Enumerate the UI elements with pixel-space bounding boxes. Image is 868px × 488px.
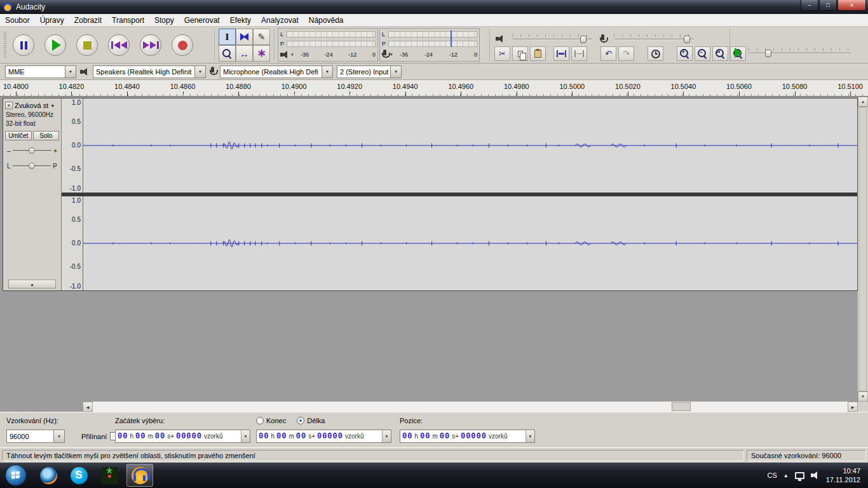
time-format-dropdown-icon[interactable]: ▼: [241, 430, 250, 442]
pan-slider[interactable]: [13, 161, 51, 170]
taskbar-clock[interactable]: 10:47 17.11.2012: [826, 466, 860, 484]
radio-end-dot[interactable]: [256, 417, 264, 424]
play-speed-slider[interactable]: [747, 47, 852, 58]
selection-length-field[interactable]: 00h 00m 00s+ 00000vzorků ▼: [256, 430, 391, 443]
maximize-button[interactable]: □: [819, 0, 837, 11]
sync-lock-button[interactable]: [648, 46, 663, 61]
timeshift-tool-button[interactable]: ↔: [236, 45, 253, 62]
play-speed-thumb[interactable]: [765, 50, 771, 57]
play-button[interactable]: [44, 34, 66, 56]
menu-transport[interactable]: Transport: [107, 15, 149, 26]
pause-button[interactable]: [13, 34, 34, 56]
audio-host-select[interactable]: MME ▼: [5, 65, 76, 78]
chevron-down-icon[interactable]: ▼: [390, 66, 401, 78]
vertical-ruler-left-channel[interactable]: 1.0 0.5 0.0 -0.5 -1.0: [62, 98, 83, 193]
track-area[interactable]: × Zvuková st ▼ Stereo, 96000Hz 32-bit fl…: [0, 97, 868, 412]
radio-end[interactable]: Konec: [256, 417, 286, 424]
project-rate-select[interactable]: 96000 ▼: [6, 430, 65, 443]
menu-efekty[interactable]: Efekty: [225, 15, 256, 26]
minimize-button[interactable]: –: [801, 0, 818, 11]
vertical-scrollbar-thumb[interactable]: [858, 107, 867, 391]
solo-button[interactable]: Solo: [33, 131, 60, 140]
track-close-button[interactable]: ×: [5, 102, 13, 109]
draw-tool-button[interactable]: ✎: [253, 29, 270, 45]
play-at-speed-icon[interactable]: [735, 48, 742, 58]
redo-button[interactable]: ↷: [618, 46, 634, 61]
language-indicator[interactable]: CS: [768, 471, 777, 479]
track-name[interactable]: Zvuková st: [15, 102, 48, 109]
chevron-down-icon[interactable]: ▼: [322, 66, 332, 78]
zoom-in-button[interactable]: +: [677, 46, 693, 61]
timeline-ruler[interactable]: 10.4800 10.4820 10.4840 10.4860 10.4880 …: [0, 80, 868, 97]
hidden-icons-icon[interactable]: ▲: [783, 473, 789, 478]
gain-slider-thumb[interactable]: [29, 147, 35, 154]
silence-button[interactable]: [571, 46, 587, 61]
menu-zobrazit[interactable]: Zobrazit: [69, 15, 107, 26]
zoom-tool-button[interactable]: [219, 45, 236, 62]
menu-napoveda[interactable]: Nápověda: [304, 15, 349, 26]
copy-button[interactable]: [512, 46, 528, 61]
multi-tool-button[interactable]: ∗: [253, 45, 270, 62]
input-device-select[interactable]: Microphone (Realtek High Defi ▼: [220, 65, 333, 78]
cut-button[interactable]: ✂: [494, 46, 510, 61]
time-format-dropdown-icon[interactable]: ▼: [526, 430, 534, 442]
vertical-scrollbar[interactable]: ▲ ▼: [858, 97, 868, 402]
radio-length[interactable]: Délka: [297, 417, 325, 424]
skip-end-button[interactable]: [140, 34, 161, 56]
taskbar-item-skype[interactable]: S: [65, 464, 92, 487]
track-menu-icon[interactable]: ▼: [50, 104, 55, 108]
transport-toolbar-grip[interactable]: [4, 32, 6, 58]
chevron-down-icon[interactable]: ▼: [194, 66, 205, 78]
scroll-down-icon[interactable]: ▼: [858, 391, 868, 402]
taskbar-item-flower-app[interactable]: *: [96, 464, 123, 487]
waveform-right-channel[interactable]: [83, 196, 857, 290]
output-volume-slider[interactable]: [511, 33, 593, 44]
vertical-ruler-right-channel[interactable]: 1.0 0.5 0.0 -0.5 -1.0: [62, 196, 83, 290]
track-collapse-button[interactable]: ▲: [8, 280, 56, 288]
menu-upravy[interactable]: Úpravy: [35, 15, 69, 26]
chevron-down-icon[interactable]: ▼: [53, 430, 64, 442]
output-volume-thumb[interactable]: [580, 36, 587, 43]
horizontal-scrollbar-thumb[interactable]: [672, 402, 691, 411]
input-channels-select[interactable]: 2 (Stereo) Input C ▼: [337, 65, 402, 78]
mute-button[interactable]: Umlčet: [5, 131, 32, 140]
time-format-dropdown-icon[interactable]: ▼: [382, 430, 391, 442]
taskbar-item-audacity[interactable]: [126, 464, 153, 487]
volume-icon[interactable]: [811, 471, 820, 479]
input-volume-slider[interactable]: [613, 33, 695, 44]
skip-start-button[interactable]: [108, 34, 130, 56]
envelope-tool-button[interactable]: [236, 29, 253, 45]
menu-stopy[interactable]: Stopy: [149, 15, 179, 26]
paste-button[interactable]: [530, 46, 546, 61]
scroll-right-icon[interactable]: ▶: [848, 402, 858, 412]
recording-meter[interactable]: L P ▼ -36-24-120: [379, 28, 480, 62]
stop-button[interactable]: [76, 34, 98, 56]
horizontal-scrollbar[interactable]: ◀ ▶: [83, 402, 858, 412]
audio-track[interactable]: × Zvuková st ▼ Stereo, 96000Hz 32-bit fl…: [3, 98, 858, 291]
zoom-out-button[interactable]: −: [695, 46, 710, 61]
playback-meter[interactable]: L P ▼ -36-24-120: [278, 28, 378, 62]
chevron-down-icon[interactable]: ▼: [65, 66, 76, 78]
network-icon[interactable]: [795, 472, 804, 479]
undo-button[interactable]: ↶: [600, 46, 616, 61]
menu-generovat[interactable]: Generovat: [179, 15, 225, 26]
position-field[interactable]: 00h 00m 00s+ 00000vzorků ▼: [400, 430, 535, 443]
gain-slider[interactable]: [13, 146, 52, 155]
waveform-left-channel[interactable]: [83, 98, 857, 193]
menu-analyzovat[interactable]: Analyzovat: [256, 15, 304, 26]
output-device-select[interactable]: Speakers (Realtek High Definit ▼: [93, 65, 206, 78]
trim-button[interactable]: [553, 46, 569, 61]
title-bar[interactable]: Audacity – □ ×: [0, 0, 868, 14]
close-button[interactable]: ×: [837, 0, 866, 11]
start-button[interactable]: [5, 464, 27, 486]
taskbar-item-firefox[interactable]: [35, 464, 62, 487]
radio-length-dot[interactable]: [297, 417, 304, 424]
menu-soubor[interactable]: Soubor: [0, 15, 35, 26]
scroll-up-icon[interactable]: ▲: [858, 97, 868, 107]
input-volume-thumb[interactable]: [684, 36, 690, 43]
scroll-left-icon[interactable]: ◀: [83, 402, 93, 412]
record-button[interactable]: [172, 34, 193, 56]
pan-slider-thumb[interactable]: [29, 163, 35, 169]
chevron-down-icon[interactable]: ▼: [290, 53, 294, 57]
fit-selection-button[interactable]: [712, 46, 728, 61]
